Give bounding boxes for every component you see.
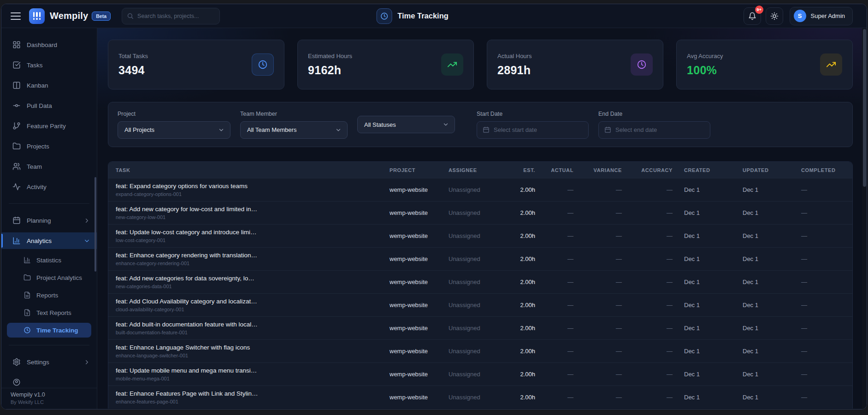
table-row[interactable]: feat: Expand category options for variou… xyxy=(108,178,852,201)
vertical-scrollbar[interactable] xyxy=(862,28,867,409)
task-slug: new-category-low-001 xyxy=(116,214,383,220)
sidebar-item-label: Text Reports xyxy=(36,309,71,316)
table-row[interactable]: feat: Add new categories for data sovere… xyxy=(108,270,852,293)
avatar: S xyxy=(794,10,806,22)
sidebar-item-label: Activity xyxy=(27,184,47,190)
search-box[interactable] xyxy=(122,8,220,24)
sidebar-item-activity[interactable]: Activity xyxy=(1,178,97,195)
table-row[interactable]: feat: Enhance category rendering with tr… xyxy=(108,247,852,270)
task-variance: — xyxy=(573,209,622,216)
team-member-select[interactable]: All Team Members xyxy=(240,121,348,139)
sidebar-item-label: Reports xyxy=(36,292,58,299)
trending-up-icon xyxy=(441,53,463,76)
column-header-accuracy: ACCURACY xyxy=(622,167,673,173)
sidebar-item-label: Dashboard xyxy=(27,42,57,48)
end-date-input[interactable]: Select end date xyxy=(598,121,710,139)
scrollbar-thumb[interactable] xyxy=(863,29,866,187)
task-title: feat: Add new categories for data sovere… xyxy=(116,275,383,282)
task-accuracy: — xyxy=(622,279,673,285)
sidebar-item-label: Planning xyxy=(27,217,51,224)
task-estimated: 2.00h xyxy=(507,394,535,401)
theme-toggle-button[interactable] xyxy=(766,7,783,25)
chevron-right-icon xyxy=(83,217,90,224)
chevron-right-icon xyxy=(83,359,90,366)
sidebar-item-dashboard[interactable]: Dashboard xyxy=(1,36,97,53)
column-header-created: CREATED xyxy=(673,167,731,173)
start-date-input[interactable]: Select start date xyxy=(477,121,589,139)
table-row[interactable]: feat: Update mobile menu and mega menu t… xyxy=(108,362,852,385)
task-updated: Dec 1 xyxy=(731,302,790,308)
gear-icon xyxy=(12,358,21,366)
table-row[interactable]: feat: Add built-in documentation feature… xyxy=(108,316,852,339)
search-input[interactable] xyxy=(137,13,215,19)
task-project: wemp-website xyxy=(390,325,449,332)
user-menu[interactable]: S Super Admin xyxy=(790,7,853,25)
task-accuracy: — xyxy=(622,348,673,355)
stat-card-total-tasks: Total Tasks 3494 xyxy=(108,40,284,89)
task-completed: — xyxy=(790,186,845,193)
task-created: Dec 1 xyxy=(673,279,731,285)
beta-badge: Beta xyxy=(92,12,111,21)
task-updated: Dec 1 xyxy=(731,371,790,378)
task-estimated: 2.00h xyxy=(507,186,535,193)
user-name: Super Admin xyxy=(811,12,845,19)
project-select[interactable]: All Projects xyxy=(118,121,230,139)
sidebar-item-time-tracking[interactable]: Time Tracking xyxy=(7,323,91,338)
user-circle-icon xyxy=(12,378,21,386)
table-row[interactable]: feat: Add Cloud Availability category an… xyxy=(108,293,852,316)
sidebar-item-planning[interactable]: Planning xyxy=(1,212,97,229)
task-variance: — xyxy=(573,325,622,332)
git-commit-icon xyxy=(12,101,21,110)
task-completed: — xyxy=(790,255,845,262)
table-header-row: TASK PROJECT ASSIGNEE EST. ACTUAL VARIAN… xyxy=(108,162,852,178)
table-row[interactable]: feat: Add new category for low-cost and … xyxy=(108,201,852,224)
table-row[interactable]: feat: Enhance Language Switcher with fla… xyxy=(108,339,852,362)
task-actual: — xyxy=(535,325,573,332)
task-title: feat: Update mobile menu and mega menu t… xyxy=(116,367,383,374)
task-completed: — xyxy=(790,371,845,378)
status-select[interactable]: All Statuses xyxy=(357,116,455,133)
notifications-button[interactable]: 9+ xyxy=(744,7,761,25)
status-select-value: All Statuses xyxy=(364,121,396,128)
sidebar-item-settings[interactable]: Settings xyxy=(1,354,97,370)
sidebar-item-label: Kanban xyxy=(27,82,48,89)
sidebar-item-project-analytics[interactable]: Project Analytics xyxy=(1,270,97,285)
table-row[interactable]: feat: Enhance Features Page with Link an… xyxy=(108,385,852,409)
sidebar-item-text-reports[interactable]: Text Reports xyxy=(1,305,97,320)
table-row[interactable]: feat: Update low-cost category and intro… xyxy=(108,224,852,247)
task-actual: — xyxy=(535,279,573,285)
sidebar-item-team[interactable]: Team xyxy=(1,158,97,175)
filters-panel: Project All Projects Team Member All Tea… xyxy=(108,102,853,147)
task-accuracy: — xyxy=(622,186,673,193)
stat-label: Avg Accuracy xyxy=(687,53,723,59)
task-slug: expand-category-options-001 xyxy=(116,191,383,197)
task-created: Dec 1 xyxy=(673,302,731,308)
sidebar-item-analytics[interactable]: Analytics xyxy=(1,232,97,249)
sidebar-scrollbar[interactable] xyxy=(94,177,96,272)
column-header-task: TASK xyxy=(116,167,390,173)
hamburger-menu-icon[interactable] xyxy=(11,12,21,20)
clock-icon xyxy=(376,8,392,24)
folder-icon xyxy=(12,142,21,150)
task-created: Dec 1 xyxy=(673,348,731,355)
task-updated: Dec 1 xyxy=(731,325,790,332)
task-slug: built-documentation-feature-001 xyxy=(116,330,383,335)
task-title: feat: Expand category options for variou… xyxy=(116,183,383,190)
task-created: Dec 1 xyxy=(673,371,731,378)
sidebar-item-statistics[interactable]: Statistics xyxy=(1,253,97,267)
team-select-value: All Team Members xyxy=(247,126,296,133)
sidebar-item-projects[interactable]: Projects xyxy=(1,138,97,154)
sidebar-item-kanban[interactable]: Kanban xyxy=(1,77,97,94)
sidebar-item-pull-data[interactable]: Pull Data xyxy=(1,97,97,114)
start-date-placeholder: Select start date xyxy=(494,126,537,133)
app-logo[interactable] xyxy=(29,8,45,24)
stat-value: 100% xyxy=(687,64,723,77)
sidebar-item-feature-parity[interactable]: Feature Parity xyxy=(1,118,97,134)
sidebar-item-tasks[interactable]: Tasks xyxy=(1,57,97,73)
search-icon xyxy=(127,12,134,19)
task-completed: — xyxy=(790,325,845,332)
task-estimated: 2.00h xyxy=(507,255,535,262)
start-date-label: Start Date xyxy=(477,111,589,117)
sidebar-item-reports[interactable]: Reports xyxy=(1,288,97,302)
task-estimated: 2.00h xyxy=(507,371,535,378)
